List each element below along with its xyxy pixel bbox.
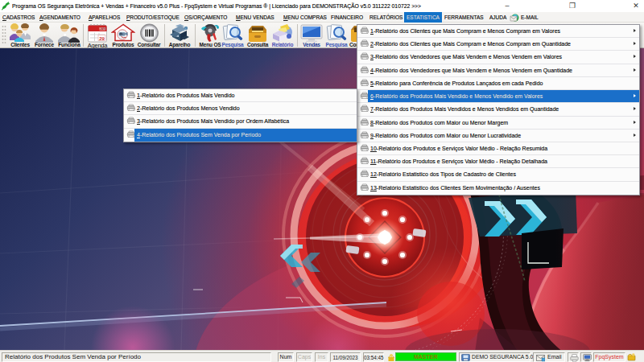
svg-text:29: 29 (99, 36, 105, 41)
svg-text:JAN: JAN (100, 27, 105, 31)
